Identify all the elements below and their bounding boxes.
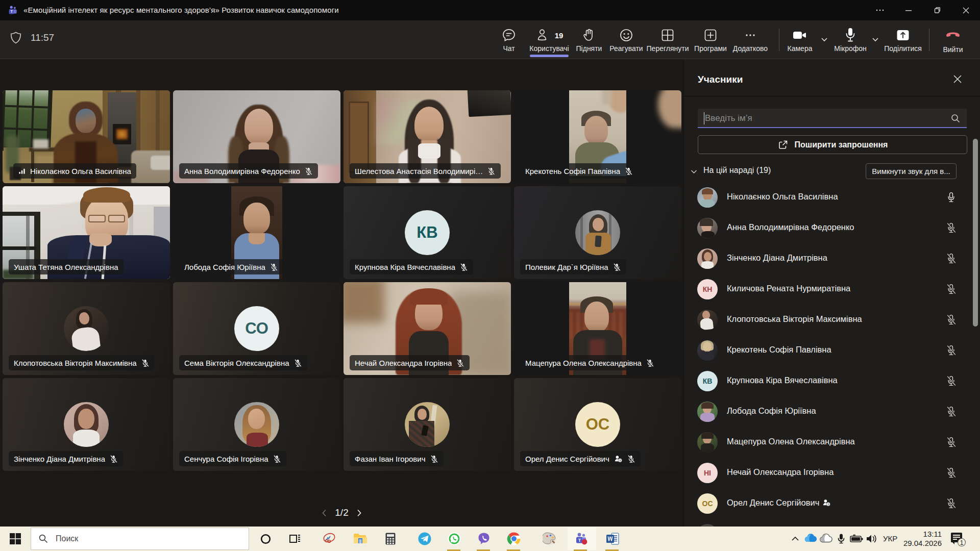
svg-text:T: T (11, 9, 13, 14)
svg-text:1: 1 (960, 539, 964, 546)
